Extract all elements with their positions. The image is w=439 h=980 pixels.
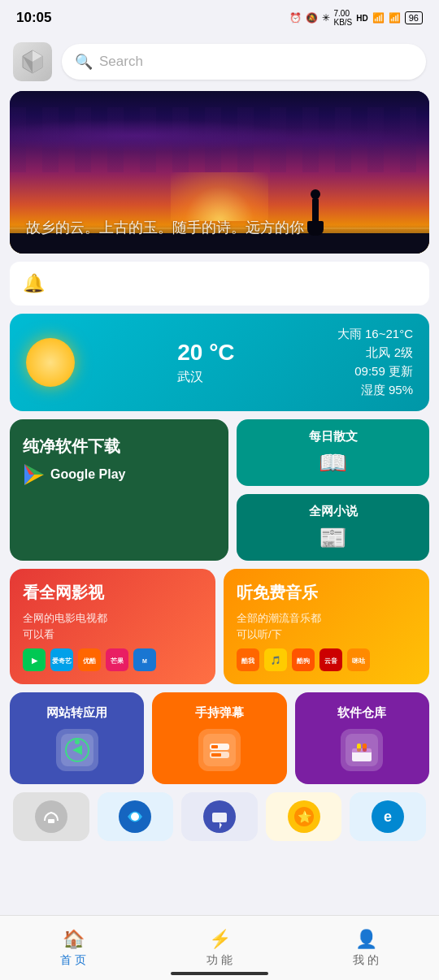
more-app-icon-3: [201, 798, 238, 835]
volume-icon: 🔕: [306, 12, 318, 24]
logo-iqiyi2: 爱奇艺: [50, 648, 73, 671]
app-grid-row-1: 纯净软件下载 Google Play 每日散文 📖 全网小说 📰: [10, 419, 429, 561]
google-play-sub: Google Play: [50, 467, 125, 482]
app-card-danmu[interactable]: 手持弹幕: [152, 692, 286, 784]
more-app-2[interactable]: [98, 792, 174, 841]
svg-point-43: [35, 800, 67, 833]
signal-icon: 📶: [389, 12, 401, 24]
app-logo[interactable]: [13, 42, 52, 81]
tab-home-label: 首 页: [60, 953, 86, 968]
more-app-icon-5: e: [369, 798, 406, 835]
banner-background: 故乡的云。上古的玉。随手的诗。远方的你: [10, 91, 429, 254]
logo-mango: 芒果: [106, 648, 128, 671]
wifi-icon: 📶: [372, 12, 385, 24]
battery-icon: 96: [405, 11, 423, 24]
svg-text:咪咕: 咪咕: [352, 657, 366, 665]
android-studio-icon: [61, 734, 93, 766]
weather-card[interactable]: 20 °C 武汉 大雨 16~21°C 北风 2级 09:59 更新 湿度 95…: [10, 314, 429, 411]
video-card[interactable]: 看全网影视 全网的电影电视都 可以看 ▶ 爱奇艺 优酷 芒果 M: [10, 569, 215, 684]
weather-details: 大雨 16~21°C 北风 2级 09:59 更新 湿度 95%: [337, 327, 413, 398]
banner[interactable]: 故乡的云。上古的玉。随手的诗。远方的你: [10, 91, 429, 254]
sun-glow: [171, 172, 268, 221]
more-app-icon-2: [116, 798, 154, 835]
figure: [307, 189, 324, 236]
status-time: 10:05: [16, 10, 51, 26]
store-icon: [346, 734, 378, 766]
tab-function[interactable]: ⚡ 功 能: [146, 929, 293, 968]
more-app-1[interactable]: [13, 792, 89, 841]
more-app-5[interactable]: e: [350, 792, 426, 841]
tab-mine-label: 我 的: [353, 953, 379, 968]
tab-indicator: [171, 972, 268, 975]
svg-point-32: [75, 739, 80, 744]
weather-main-info: 20 °C 武汉: [177, 340, 234, 386]
music-logos: 酷我 🎵 酷狗 云音 咪咕: [237, 648, 416, 671]
more-app-4[interactable]: ⭐: [266, 792, 342, 841]
tab-mine[interactable]: 👤 我 的: [293, 929, 439, 968]
search-bar[interactable]: 🔍 Search: [62, 44, 426, 80]
weather-temp: 20 °C: [177, 340, 234, 366]
search-icon: 🔍: [75, 53, 93, 71]
play-store-icon: [23, 463, 46, 486]
music-title: 听免费音乐: [237, 582, 416, 604]
prose-card[interactable]: 每日散文 📖: [237, 419, 429, 486]
svg-text:优酷: 优酷: [82, 657, 97, 665]
svg-rect-42: [352, 748, 372, 752]
prose-icon: 📖: [319, 449, 347, 476]
right-mini-cards: 每日散文 📖 全网小说 📰: [237, 419, 429, 561]
bluetooth-icon: ✳: [322, 12, 330, 24]
music-desc: 全部的潮流音乐都 可以听/下: [237, 610, 416, 642]
prose-label: 每日散文: [309, 429, 358, 444]
app-website-title: 网站转应用: [46, 705, 107, 721]
weather-humidity: 湿度 95%: [337, 383, 413, 398]
status-bar: 10:05 ⏰ 🔕 ✳ 7.00KB/S HD 📶 📶 96: [0, 0, 439, 36]
weather-city: 武汉: [177, 369, 234, 386]
svg-text:酷我: 酷我: [241, 657, 254, 665]
app-store-icon: [341, 729, 383, 771]
svg-rect-37: [211, 753, 221, 757]
bell-icon: 🔔: [23, 273, 45, 294]
tab-bar: 🏠 首 页 ⚡ 功 能 👤 我 的: [0, 915, 439, 980]
search-text: Search: [99, 54, 143, 70]
app-card-website[interactable]: 网站转应用: [10, 692, 144, 784]
logo-migu: 咪咕: [347, 648, 370, 671]
danmu-icon: [203, 734, 236, 766]
more-apps-row: ⭐ e: [10, 792, 429, 841]
weather-sun: [26, 338, 75, 387]
logo-wy: 云音: [319, 648, 342, 671]
app-danmu-icon: [198, 729, 241, 771]
logo-miqiyi: M: [133, 648, 156, 671]
video-desc: 全网的电影电视都 可以看: [23, 610, 202, 642]
header: 🔍 Search: [0, 36, 439, 91]
weather-update: 09:59 更新: [337, 364, 413, 379]
more-app-icon-4: ⭐: [285, 798, 323, 835]
google-play-logo: Google Play: [23, 463, 215, 486]
svg-text:e: e: [384, 809, 392, 825]
music-card[interactable]: 听免费音乐 全部的潮流音乐都 可以听/下 酷我 🎵 酷狗 云音 咪咕: [224, 569, 429, 684]
logo-youku: 优酷: [78, 648, 101, 671]
svg-text:爱奇艺: 爱奇艺: [52, 657, 72, 665]
alarm-icon: ⏰: [289, 12, 302, 24]
tab-home[interactable]: 🏠 首 页: [0, 929, 146, 968]
svg-text:🎵: 🎵: [271, 655, 281, 666]
google-play-title: 纯净软件下载: [23, 436, 215, 457]
tab-function-icon: ⚡: [209, 929, 231, 950]
tab-mine-icon: 👤: [355, 929, 377, 950]
weather-wind: 北风 2级: [337, 345, 413, 361]
banner-text: 故乡的云。上古的玉。随手的诗。远方的你: [26, 218, 304, 237]
tab-home-icon: 🏠: [63, 929, 85, 950]
notification-bar[interactable]: 🔔: [10, 262, 429, 306]
app-card-store[interactable]: 软件仓库: [295, 692, 429, 784]
novel-card[interactable]: 全网小说 📰: [237, 494, 429, 561]
svg-text:M: M: [142, 658, 147, 664]
app-website-icon: [56, 729, 98, 771]
logo-kuwo: 酷我: [237, 648, 259, 671]
google-play-card[interactable]: 纯净软件下载 Google Play: [10, 419, 228, 561]
speed-icon: 7.00KB/S: [334, 9, 353, 27]
tab-bar-spacer: [10, 849, 429, 914]
video-title: 看全网影视: [23, 582, 202, 604]
more-app-3[interactable]: [181, 792, 258, 841]
more-app-icon-1: [33, 798, 70, 835]
svg-text:▶: ▶: [32, 657, 38, 665]
svg-text:芒果: 芒果: [111, 657, 124, 665]
